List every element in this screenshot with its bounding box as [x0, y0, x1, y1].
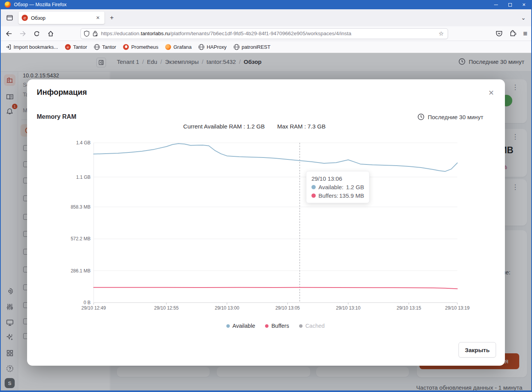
chart-svg	[94, 143, 457, 303]
close-modal-icon[interactable]: ✕	[488, 89, 494, 97]
extensions-puzzle-icon[interactable]	[510, 30, 516, 37]
x-tick-label: 29/10 13:15	[397, 305, 421, 311]
chart-tooltip: 29/10 13:06 Available: 1.2 GB Buffers: 1…	[306, 171, 369, 203]
bookmark-grafana[interactable]: Grafana	[165, 44, 192, 50]
import-icon	[5, 44, 11, 50]
x-tick-label: 29/10 12:55	[154, 305, 178, 311]
max-ram: Max RAM : 7.3 GB	[277, 123, 325, 130]
firefox-window: Обзор — Mozilla Firefox ✕ ℮ Обзор ✕ + ⌄	[0, 0, 532, 392]
legend-dot-icon	[265, 324, 269, 328]
close-tab-icon[interactable]: ✕	[94, 14, 101, 21]
grafana-icon	[165, 44, 171, 50]
y-tick-label: 572.2 MB	[71, 236, 91, 241]
legend-dot-icon	[226, 324, 230, 328]
reload-button[interactable]	[31, 28, 43, 39]
bookmark-prometheus[interactable]: Prometheus	[123, 44, 158, 50]
close-modal-button[interactable]: Закрыть	[458, 342, 496, 358]
modal-time-range[interactable]: Последние 30 минут	[417, 113, 483, 120]
window-titlebar: Обзор — Mozilla Firefox ✕	[1, 0, 531, 9]
modal-title: Информация	[37, 88, 87, 97]
tantor-icon: ℮	[65, 44, 71, 50]
pocket-icon[interactable]	[496, 31, 503, 37]
navigation-toolbar: https://education.tantorlabs.ru/platform…	[1, 26, 531, 41]
firefox-view-button[interactable]	[4, 12, 15, 24]
tooltip-time: 29/10 13:06	[311, 175, 364, 182]
chart-legend: Available Buffers Cached	[94, 323, 457, 329]
page-content: Tenant 1/ Edu/ Экземпляры/ tantor:5432/ …	[1, 53, 531, 390]
minimize-icon	[494, 5, 498, 5]
current-available-ram: Current Available RAM : 1.2 GB	[183, 123, 265, 130]
window-title: Обзор — Mozilla Firefox	[14, 2, 67, 7]
bookmark-import[interactable]: Import bookmarks...	[5, 44, 58, 50]
url-bar[interactable]: https://education.tantorlabs.ru/platform…	[80, 28, 448, 39]
y-tick-label: 0 B	[84, 300, 91, 305]
firefox-logo-icon	[5, 2, 11, 8]
chart-plot[interactable]	[94, 143, 457, 303]
globe-icon	[234, 44, 239, 50]
close-window-button[interactable]: ✕	[521, 2, 527, 7]
bookmark-star-icon[interactable]: ☆	[438, 30, 445, 37]
x-tick-label: 29/10 13:00	[215, 305, 239, 311]
tracking-shield-icon[interactable]	[84, 31, 89, 37]
tab-obzor[interactable]: ℮ Обзор ✕	[19, 12, 104, 24]
chart-heading: Memory RAM	[37, 113, 76, 120]
globe-icon	[198, 44, 204, 50]
legend-item-buffers[interactable]: Buffers	[265, 323, 289, 329]
prometheus-icon	[123, 44, 129, 50]
tooltip-row-available: Available: 1.2 GB	[311, 184, 364, 190]
info-modal: Информация ✕ Memory RAM Последние 30 мин…	[27, 79, 505, 366]
minimize-button[interactable]	[493, 2, 499, 7]
list-all-tabs-icon[interactable]: ⌄	[521, 14, 526, 21]
chart-subtitle: Current Available RAM : 1.2 GB Max RAM :…	[27, 123, 482, 130]
globe-icon	[94, 44, 100, 50]
y-tick-label: 858.3 MB	[71, 204, 91, 210]
lock-warning-icon[interactable]	[92, 31, 98, 36]
new-tab-button[interactable]: +	[110, 14, 114, 22]
y-tick-label: 1.1 GB	[76, 175, 91, 180]
legend-item-available[interactable]: Available	[226, 323, 255, 329]
tab-title: Обзор	[31, 15, 94, 21]
tab-bar: ℮ Обзор ✕ + ⌄	[1, 9, 531, 26]
y-tick-label: 1.4 GB	[76, 140, 91, 146]
tooltip-row-buffers: Buffers: 135.9 MB	[311, 192, 364, 199]
close-icon: ✕	[522, 2, 525, 7]
maximize-button[interactable]	[507, 2, 513, 7]
legend-dot-icon	[299, 324, 303, 328]
firefox-view-icon	[6, 14, 13, 21]
x-tick-label: 29/10 12:49	[81, 305, 106, 311]
y-tick-label: 286.1 MB	[71, 268, 91, 274]
bookmark-tantor-2[interactable]: Tantor	[94, 44, 116, 50]
back-button[interactable]	[3, 28, 15, 39]
clock-icon	[417, 113, 424, 120]
home-button[interactable]	[45, 28, 56, 39]
x-tick-label: 29/10 13:19	[445, 305, 469, 311]
maximize-icon	[508, 3, 512, 7]
x-tick-label: 29/10 13:05	[275, 305, 300, 311]
buffers-dot-icon	[311, 193, 316, 198]
legend-item-cached[interactable]: Cached	[299, 323, 325, 329]
tab-favicon-tantor-icon: ℮	[22, 15, 28, 21]
x-tick-label: 29/10 13:10	[336, 305, 360, 311]
hamburger-menu-icon[interactable]: ≡	[523, 29, 527, 38]
available-dot-icon	[311, 185, 316, 189]
bookmark-patronirest[interactable]: patroniREST	[234, 44, 270, 50]
y-axis-labels: 0 B286.1 MB572.2 MB858.3 MB1.1 GB1.4 GB	[27, 143, 91, 303]
bookmarks-toolbar: Import bookmarks... ℮Tantor Tantor Prome…	[1, 41, 531, 53]
forward-button[interactable]	[17, 28, 29, 39]
url-text: https://education.tantorlabs.ru/platform…	[101, 31, 438, 36]
bookmark-tantor-1[interactable]: ℮Tantor	[65, 44, 87, 50]
bookmark-haproxy[interactable]: HAProxy	[198, 44, 226, 50]
